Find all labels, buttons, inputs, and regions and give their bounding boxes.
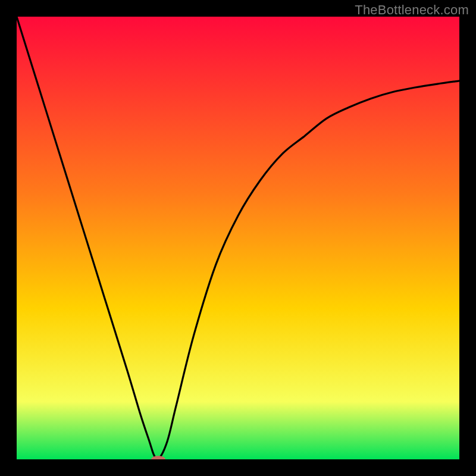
- gradient-background: [17, 17, 459, 459]
- plot-area: [17, 17, 459, 459]
- bottleneck-chart-svg: [17, 17, 459, 459]
- chart-frame: TheBottleneck.com: [0, 0, 476, 476]
- watermark-text: TheBottleneck.com: [355, 2, 469, 18]
